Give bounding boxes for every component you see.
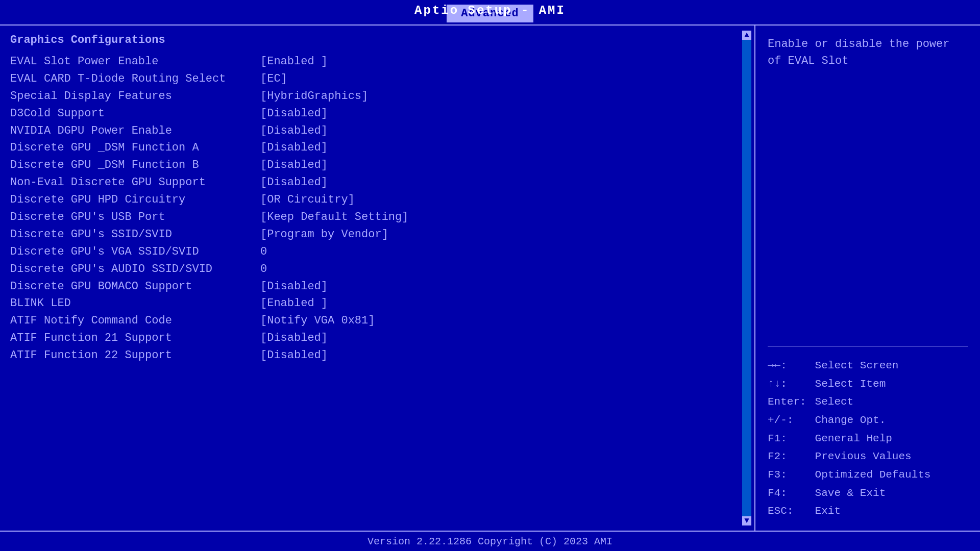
- footer: Version 2.22.1286 Copyright (C) 2023 AMI: [0, 531, 980, 551]
- config-item[interactable]: NVIDIA DGPU Power Enable[Disabled]: [10, 123, 744, 139]
- config-value: [Enabled ]: [255, 54, 744, 70]
- config-list: EVAL Slot Power Enable[Enabled ]EVAL CAR…: [10, 54, 744, 364]
- key-desc: Previous Values: [815, 450, 912, 462]
- config-label: Discrete GPU _DSM Function B: [10, 157, 255, 173]
- key-label: ESC:: [768, 502, 808, 520]
- key-desc: Change Opt.: [815, 414, 886, 426]
- key-help-item: F1: General Help: [768, 430, 968, 448]
- key-label: F4:: [768, 484, 808, 503]
- advanced-tab[interactable]: Advanced: [447, 5, 533, 22]
- key-desc: Exit: [815, 505, 841, 517]
- key-desc: General Help: [815, 433, 892, 444]
- config-item[interactable]: ATIF Function 21 Support[Disabled]: [10, 330, 744, 346]
- config-item[interactable]: Discrete GPU HPD Circuitry[OR Circuitry]: [10, 192, 744, 208]
- footer-text: Version 2.22.1286 Copyright (C) 2023 AMI: [368, 536, 612, 547]
- help-panel: Enable or disable the power of EVAL Slot…: [755, 26, 980, 531]
- key-desc: Select Screen: [815, 360, 899, 371]
- config-label: Non-Eval Discrete GPU Support: [10, 174, 255, 191]
- config-label: Discrete GPU _DSM Function A: [10, 140, 255, 156]
- key-help-item: +/-: Change Opt.: [768, 411, 968, 430]
- config-item[interactable]: EVAL Slot Power Enable[Enabled ]: [10, 54, 744, 70]
- scrollbar-thumb[interactable]: [742, 40, 751, 516]
- config-item[interactable]: EVAL CARD T-Diode Routing Select[EC]: [10, 71, 744, 87]
- config-value: [HybridGraphics]: [255, 88, 744, 105]
- key-label: F3:: [768, 466, 808, 484]
- config-label: ATIF Notify Command Code: [10, 313, 255, 329]
- scroll-up-arrow[interactable]: ▲: [742, 31, 751, 40]
- config-label: Discrete GPU HPD Circuitry: [10, 192, 255, 208]
- config-value: [Disabled]: [255, 123, 744, 139]
- config-item[interactable]: BLINK LED[Enabled ]: [10, 295, 744, 312]
- config-label: D3Cold Support: [10, 106, 255, 122]
- config-label: Discrete GPU's AUDIO SSID/SVID: [10, 261, 255, 278]
- key-label: Enter:: [768, 393, 808, 411]
- config-value: [Disabled]: [255, 140, 744, 156]
- key-label: F2:: [768, 447, 808, 466]
- key-help-item: →←: Select Screen: [768, 357, 968, 375]
- config-item[interactable]: Discrete GPU _DSM Function A[Disabled]: [10, 140, 744, 156]
- config-value: [Disabled]: [255, 330, 744, 346]
- config-label: Discrete GPU's SSID/SVID: [10, 227, 255, 243]
- key-help-item: ↑↓: Select Item: [768, 375, 968, 393]
- config-label: EVAL Slot Power Enable: [10, 54, 255, 70]
- section-title: Graphics Configurations: [10, 34, 744, 46]
- key-help-item: ESC: Exit: [768, 502, 968, 520]
- key-desc: Select Item: [815, 378, 886, 390]
- config-label: EVAL CARD T-Diode Routing Select: [10, 71, 255, 87]
- key-label: ↑↓:: [768, 375, 808, 393]
- config-item[interactable]: ATIF Function 22 Support[Disabled]: [10, 347, 744, 364]
- config-item[interactable]: D3Cold Support[Disabled]: [10, 106, 744, 122]
- config-item[interactable]: ATIF Notify Command Code[Notify VGA 0x81…: [10, 313, 744, 329]
- key-label: F1:: [768, 430, 808, 448]
- scroll-down-arrow[interactable]: ▼: [742, 516, 751, 525]
- config-label: Discrete GPU's VGA SSID/SVID: [10, 244, 255, 260]
- help-text: Enable or disable the power of EVAL Slot: [768, 36, 968, 69]
- config-label: Discrete GPU BOMACO Support: [10, 279, 255, 295]
- config-label: NVIDIA DGPU Power Enable: [10, 123, 255, 139]
- config-label: Special Display Features: [10, 88, 255, 105]
- key-label: +/-:: [768, 411, 808, 430]
- config-value: [EC]: [255, 71, 744, 87]
- key-desc: Save & Exit: [815, 487, 886, 499]
- key-help-item: F2: Previous Values: [768, 447, 968, 466]
- divider: [768, 346, 968, 346]
- config-item[interactable]: Non-Eval Discrete GPU Support[Disabled]: [10, 174, 744, 191]
- config-item[interactable]: Discrete GPU's USB Port[Keep Default Set…: [10, 209, 744, 226]
- key-help-item: F3: Optimized Defaults: [768, 466, 968, 484]
- config-item[interactable]: Discrete GPU's SSID/SVID[Program by Vend…: [10, 227, 744, 243]
- key-help: →←: Select Screen↑↓: Select ItemEnter: S…: [768, 357, 968, 520]
- config-value: [Enabled ]: [255, 295, 744, 312]
- config-item[interactable]: Discrete GPU _DSM Function B[Disabled]: [10, 157, 744, 173]
- config-label: ATIF Function 22 Support: [10, 347, 255, 364]
- config-value: [Disabled]: [255, 347, 744, 364]
- config-value: [Notify VGA 0x81]: [255, 313, 744, 329]
- config-item[interactable]: Special Display Features[HybridGraphics]: [10, 88, 744, 105]
- config-value: [Keep Default Setting]: [255, 209, 744, 226]
- config-value: 0: [255, 244, 744, 260]
- config-label: ATIF Function 21 Support: [10, 330, 255, 346]
- config-value: [Disabled]: [255, 106, 744, 122]
- config-value: [Disabled]: [255, 174, 744, 191]
- config-value: [Disabled]: [255, 157, 744, 173]
- config-value: [Program by Vendor]: [255, 227, 744, 243]
- config-label: BLINK LED: [10, 295, 255, 312]
- scrollbar[interactable]: ▲ ▼: [742, 31, 751, 525]
- config-panel: Graphics Configurations EVAL Slot Power …: [0, 26, 755, 531]
- config-item[interactable]: Discrete GPU BOMACO Support[Disabled]: [10, 279, 744, 295]
- key-help-item: F4: Save & Exit: [768, 484, 968, 503]
- config-value: [Disabled]: [255, 279, 744, 295]
- key-label: →←:: [768, 357, 808, 375]
- key-desc: Select: [815, 396, 854, 408]
- config-value: [OR Circuitry]: [255, 192, 744, 208]
- key-help-item: Enter: Select: [768, 393, 968, 411]
- config-item[interactable]: Discrete GPU's VGA SSID/SVID0: [10, 244, 744, 260]
- config-item[interactable]: Discrete GPU's AUDIO SSID/SVID0: [10, 261, 744, 278]
- config-value: 0: [255, 261, 744, 278]
- config-label: Discrete GPU's USB Port: [10, 209, 255, 226]
- key-desc: Optimized Defaults: [815, 469, 931, 481]
